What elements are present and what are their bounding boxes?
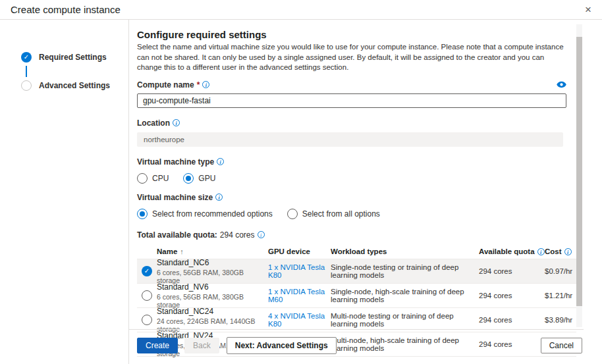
column-header-name[interactable]: Name↑ [157, 247, 268, 255]
row-selected-check-icon[interactable]: ✓ [142, 266, 152, 276]
radio-selected-icon [183, 173, 194, 184]
cost: $0.97/hr [545, 267, 576, 275]
footer-divider [129, 329, 584, 330]
total-quota-label: Total available quota: [137, 230, 217, 240]
vm-size-option-all[interactable]: Select from all options [287, 209, 380, 219]
vm-type-label: Virtual machine type i [137, 157, 602, 167]
step-pending-circle-icon [21, 80, 32, 91]
total-quota-line: Total available quota: 294 cores i [137, 230, 602, 240]
row-radio-icon[interactable] [142, 290, 152, 301]
vm-type-option-cpu[interactable]: CPU [137, 173, 169, 184]
info-icon[interactable]: i [202, 81, 209, 88]
step-label: Advanced Settings [39, 81, 110, 90]
eye-icon[interactable] [557, 81, 566, 88]
wizard-stepper: ✓ Required Settings Advanced Settings [0, 20, 129, 364]
gpu-device-link[interactable]: 4 x NVIDIA Tesla K80 [268, 312, 325, 328]
next-advanced-settings-button[interactable]: Next: Advanced Settings [227, 337, 337, 354]
compute-name-label: Compute name * i [137, 80, 209, 90]
cancel-button[interactable]: Cancel [541, 338, 582, 353]
cost: $1.21/hr [545, 292, 576, 299]
available-quota: 294 cores [479, 267, 545, 275]
close-icon[interactable]: × [585, 4, 591, 15]
page-title: Configure required settings [137, 29, 602, 40]
table-row[interactable]: Standard_NV6 6 cores, 56GB RAM, 380GB st… [137, 284, 576, 308]
vm-type-option-gpu[interactable]: GPU [183, 173, 215, 184]
vm-name: Standard_NV6 [157, 282, 264, 292]
step-complete-check-icon: ✓ [21, 52, 32, 63]
row-radio-icon[interactable] [142, 315, 152, 325]
create-compute-instance-dialog: Create compute instance × ✓ Required Set… [0, 0, 602, 364]
dialog-title: Create compute instance [11, 4, 121, 15]
footer-actions: Create Back Next: Advanced Settings Canc… [129, 337, 602, 354]
location-label: Location i [137, 118, 602, 128]
table-header-row: Name↑ GPU device Workload types Availabl… [137, 245, 576, 259]
section-description: Select the name and virtual machine size… [137, 42, 566, 73]
stepper-step-required-settings[interactable]: ✓ Required Settings [0, 52, 128, 63]
column-header-gpu-device[interactable]: GPU device [268, 247, 331, 255]
back-button[interactable]: Back [184, 338, 219, 353]
dialog-header: Create compute instance × [0, 0, 602, 20]
info-icon[interactable]: i [217, 158, 224, 165]
available-quota: 294 cores [479, 292, 545, 299]
workload-types: Single-node, high-scale training of deep… [331, 288, 479, 303]
vm-name: Standard_NC24 [157, 307, 264, 316]
gpu-device-link[interactable]: 1 x NVIDIA Tesla K80 [268, 263, 325, 279]
table-row[interactable]: Standard_NC24 24 cores, 224GB RAM, 1440G… [137, 308, 576, 332]
vm-name: Standard_NC6 [157, 258, 264, 267]
workload-types: Single-node testing or training of deep … [331, 263, 479, 279]
vm-size-option-recommended[interactable]: Select from recommended options [137, 209, 273, 219]
stepper-connector-line [26, 66, 27, 77]
total-quota-value: 294 cores [220, 230, 255, 240]
location-value-field: northeurope [137, 132, 563, 147]
radio-unselected-icon [287, 209, 298, 219]
vertical-scrollbar-track[interactable] [576, 24, 582, 327]
vm-size-label: Virtual machine size i [137, 193, 602, 202]
column-header-available-quota[interactable]: Available quota i [479, 247, 545, 255]
info-icon[interactable]: i [215, 194, 223, 201]
vertical-scrollbar-thumb[interactable] [576, 37, 582, 306]
info-icon[interactable]: i [537, 248, 545, 255]
main-content: Configure required settings Select the n… [129, 20, 602, 364]
gpu-device-link[interactable]: 1 x NVIDIA Tesla M60 [268, 288, 325, 303]
vm-type-radio-group: CPU GPU [137, 173, 602, 184]
workload-types: Multi-node testing or training of deep l… [331, 312, 479, 328]
radio-selected-icon [137, 209, 148, 219]
sort-ascending-icon: ↑ [180, 247, 184, 255]
create-button[interactable]: Create [137, 338, 178, 353]
required-asterisk: * [197, 80, 200, 90]
column-header-cost[interactable]: Cost i [545, 247, 576, 255]
column-header-workload-types[interactable]: Workload types [331, 247, 479, 255]
compute-name-input[interactable] [137, 93, 566, 108]
available-quota: 294 cores [479, 316, 545, 324]
info-icon[interactable]: i [564, 248, 572, 255]
table-row[interactable]: ✓ Standard_NC6 6 cores, 56GB RAM, 380GB … [137, 259, 576, 284]
step-label: Required Settings [39, 53, 107, 62]
info-icon[interactable]: i [173, 119, 180, 126]
cost: $3.89/hr [545, 316, 576, 324]
radio-unselected-icon [137, 173, 148, 184]
info-icon[interactable]: i [258, 231, 265, 238]
vm-size-radio-group: Select from recommended options Select f… [137, 209, 602, 219]
stepper-step-advanced-settings[interactable]: Advanced Settings [0, 80, 128, 91]
